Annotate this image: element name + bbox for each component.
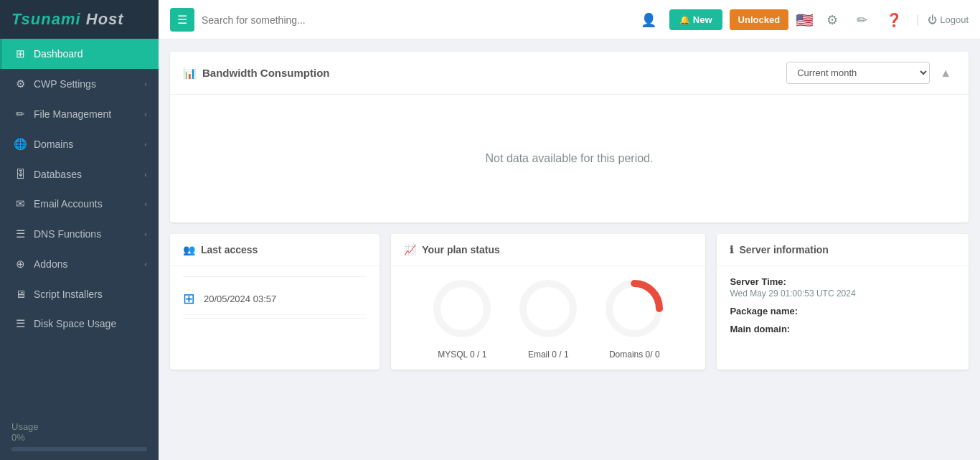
server-time-row: Server Time: Wed May 29 01:00:53 UTC 202… bbox=[730, 276, 956, 299]
sidebar-item-email-accounts[interactable]: ✉ Email Accounts ‹ bbox=[0, 189, 159, 219]
logout-label: Logout bbox=[940, 14, 969, 25]
last-access-header: 👥 Last access bbox=[170, 234, 380, 266]
server-info-card: ℹ Server information Server Time: Wed Ma… bbox=[717, 234, 969, 370]
settings-icon[interactable]: ⚙ bbox=[821, 9, 844, 31]
bandwidth-header: 📊 Bandwidth Consumption Current monthLas… bbox=[170, 52, 969, 95]
sidebar-icon-dns-functions: ☰ bbox=[14, 227, 27, 240]
last-access-title: Last access bbox=[201, 244, 258, 255]
bandwidth-card: 📊 Bandwidth Consumption Current monthLas… bbox=[170, 52, 969, 222]
last-access-card: 👥 Last access ⊞ 20/05/2024 03:57 bbox=[170, 234, 380, 370]
bottom-row: 👥 Last access ⊞ 20/05/2024 03:57 📈 Your … bbox=[170, 234, 969, 370]
sidebar-item-domains[interactable]: 🌐 Domains ‹ bbox=[0, 129, 159, 159]
logo-tsunami: Tsunami bbox=[11, 10, 81, 28]
chevron-icon: ‹ bbox=[144, 200, 147, 208]
donut-domains: Domains 0/ 0 bbox=[602, 276, 666, 360]
sidebar-label-file-management: File Management bbox=[34, 108, 111, 120]
language-flag[interactable]: 🇺🇸 bbox=[796, 11, 814, 29]
sidebar-item-script-installers[interactable]: 🖥 Script Installers bbox=[0, 279, 159, 309]
sidebar-item-cwp-settings[interactable]: ⚙ CWP Settings ‹ bbox=[0, 69, 159, 99]
edit-icon[interactable]: ✏ bbox=[851, 9, 873, 31]
bandwidth-period-select[interactable]: Current monthLast monthLast 3 monthsLast… bbox=[786, 62, 930, 84]
sidebar-icon-cwp-settings: ⚙ bbox=[14, 78, 27, 90]
donut-svg-domains bbox=[602, 276, 666, 341]
sidebar-usage: Usage 0% bbox=[0, 413, 159, 460]
last-access-body: ⊞ 20/05/2024 03:57 bbox=[170, 266, 380, 329]
chevron-icon: ‹ bbox=[144, 140, 147, 149]
plan-status-card: 📈 Your plan status MYSQL 0 / 1 Email 0 /… bbox=[391, 234, 705, 370]
main-domain-label: Main domain: bbox=[730, 324, 956, 334]
sidebar-icon-email-accounts: ✉ bbox=[14, 197, 27, 210]
bandwidth-title: 📊 Bandwidth Consumption bbox=[183, 67, 329, 80]
sidebar-icon-file-management: ✏ bbox=[14, 108, 27, 121]
sidebar-item-addons[interactable]: ⊕ Addons ‹ bbox=[0, 249, 159, 279]
sidebar-item-disk-space-usage[interactable]: ☰ Disk Space Usage bbox=[0, 309, 159, 339]
sidebar-label-email-accounts: Email Accounts bbox=[34, 198, 103, 210]
sidebar-icon-dashboard: ⊞ bbox=[14, 47, 27, 60]
search-input[interactable] bbox=[202, 10, 411, 30]
separator: | bbox=[916, 14, 919, 27]
sidebar-icon-script-installers: 🖥 bbox=[14, 288, 27, 300]
chart-icon: 📊 bbox=[183, 67, 197, 80]
chevron-icon: ‹ bbox=[144, 110, 147, 118]
no-data-message: Not data available for this period. bbox=[486, 152, 654, 164]
sidebar: Tsunami Host ⊞ Dashboard ⚙ CWP Settings … bbox=[0, 0, 159, 460]
usage-bar-background bbox=[11, 447, 147, 451]
chevron-icon: ‹ bbox=[144, 230, 147, 238]
bandwidth-body: Not data available for this period. bbox=[170, 95, 969, 222]
svg-point-0 bbox=[437, 283, 487, 334]
sidebar-item-databases[interactable]: 🗄 Databases ‹ bbox=[0, 159, 159, 189]
logout-button[interactable]: ⏻ Logout bbox=[928, 14, 969, 25]
help-icon[interactable]: ❓ bbox=[880, 9, 908, 31]
server-time-label: Server Time: bbox=[730, 276, 956, 287]
sidebar-icon-disk-space-usage: ☰ bbox=[14, 317, 27, 330]
sidebar-label-addons: Addons bbox=[34, 258, 67, 270]
server-time-value: Wed May 29 01:00:53 UTC 2024 bbox=[730, 288, 956, 299]
sidebar-label-dashboard: Dashboard bbox=[34, 48, 83, 60]
donut-label-mysql: MYSQL 0 / 1 bbox=[430, 349, 494, 360]
donut-label-email: Email 0 / 1 bbox=[516, 349, 580, 360]
windows-icon: ⊞ bbox=[183, 290, 195, 307]
server-info-body: Server Time: Wed May 29 01:00:53 UTC 202… bbox=[717, 266, 969, 352]
package-name-row: Package name: bbox=[730, 306, 956, 316]
sidebar-icon-domains: 🌐 bbox=[14, 138, 27, 151]
server-info-header: ℹ Server information bbox=[717, 234, 969, 266]
sidebar-icon-databases: 🗄 bbox=[14, 168, 27, 180]
plan-status-charts: MYSQL 0 / 1 Email 0 / 1 Domains 0/ 0 bbox=[391, 266, 705, 370]
sidebar-label-dns-functions: DNS Functions bbox=[34, 228, 101, 240]
sidebar-item-dashboard[interactable]: ⊞ Dashboard bbox=[0, 39, 159, 69]
sidebar-item-file-management[interactable]: ✏ File Management ‹ bbox=[0, 99, 159, 129]
server-info-title: Server information bbox=[739, 244, 828, 255]
access-datetime: 20/05/2024 03:57 bbox=[204, 294, 276, 304]
new-button[interactable]: New bbox=[669, 9, 722, 30]
logo-host: Host bbox=[86, 10, 124, 28]
users-icon: 👥 bbox=[183, 244, 195, 255]
sidebar-label-script-installers: Script Installers bbox=[34, 288, 103, 300]
user-icon[interactable]: 👤 bbox=[635, 9, 662, 31]
sidebar-label-domains: Domains bbox=[34, 139, 73, 150]
sidebar-item-dns-functions[interactable]: ☰ DNS Functions ‹ bbox=[0, 219, 159, 249]
plan-status-title: Your plan status bbox=[422, 244, 500, 255]
main-content: ☰ 👤 New Unlocked 🇺🇸 ⚙ ✏ ❓ | ⏻ Logout 📊 B… bbox=[159, 0, 980, 460]
trending-icon: 📈 bbox=[404, 244, 416, 255]
package-name-label: Package name: bbox=[730, 306, 956, 316]
content-area: 📊 Bandwidth Consumption Current monthLas… bbox=[159, 40, 980, 460]
sidebar-label-disk-space-usage: Disk Space Usage bbox=[34, 318, 116, 329]
sidebar-icon-addons: ⊕ bbox=[14, 258, 27, 271]
chevron-icon: ‹ bbox=[144, 80, 147, 88]
collapse-icon[interactable]: ▲ bbox=[936, 67, 956, 80]
menu-toggle-button[interactable]: ☰ bbox=[170, 8, 194, 32]
sidebar-nav: ⊞ Dashboard ⚙ CWP Settings ‹ ✏ File Mana… bbox=[0, 39, 159, 339]
donut-svg-email bbox=[516, 276, 580, 341]
access-row: ⊞ 20/05/2024 03:57 bbox=[183, 283, 367, 315]
info-icon: ℹ bbox=[730, 244, 733, 255]
donut-svg-mysql bbox=[430, 276, 494, 341]
donut-label-domains: Domains 0/ 0 bbox=[602, 349, 666, 360]
unlocked-button[interactable]: Unlocked bbox=[730, 9, 789, 30]
logo: Tsunami Host bbox=[0, 0, 159, 39]
chevron-icon: ‹ bbox=[144, 170, 147, 179]
usage-label: Usage bbox=[11, 421, 39, 432]
topbar: ☰ 👤 New Unlocked 🇺🇸 ⚙ ✏ ❓ | ⏻ Logout bbox=[159, 0, 980, 40]
usage-value: 0% bbox=[11, 432, 25, 443]
svg-point-1 bbox=[523, 283, 573, 334]
donut-mysql: MYSQL 0 / 1 bbox=[430, 276, 494, 360]
